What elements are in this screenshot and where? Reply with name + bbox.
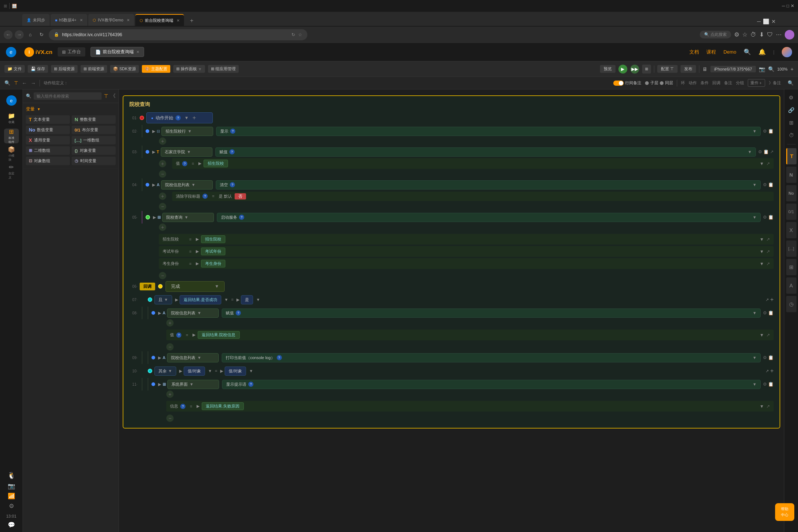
- action-row09[interactable]: 打印当前值（console log） ? ▼: [222, 353, 761, 362]
- workbench-tab[interactable]: ⊞工作台: [58, 47, 85, 57]
- condition-right-10[interactable]: 值/对象: [225, 366, 246, 376]
- minus-btn-03[interactable]: −: [159, 170, 166, 178]
- value-no[interactable]: 否: [235, 193, 246, 200]
- help-icon-08b[interactable]: ?: [176, 332, 181, 338]
- add-btn-05a[interactable]: +: [159, 224, 166, 231]
- right-icon-X[interactable]: X: [786, 222, 797, 238]
- gear-icon-02[interactable]: ⚙: [763, 129, 767, 134]
- history-icon[interactable]: ⏱: [750, 31, 756, 38]
- demo-link[interactable]: Demo: [723, 49, 736, 55]
- zoom-out-icon[interactable]: 🔍: [768, 66, 774, 72]
- right-icon-clock[interactable]: ◷: [786, 296, 797, 312]
- monitor-icon[interactable]: 🖥: [702, 66, 707, 72]
- course-link[interactable]: 课程: [706, 49, 716, 55]
- right-icon-2d[interactable]: ⊞: [786, 259, 797, 275]
- right-icon-gear[interactable]: ⚙: [786, 92, 797, 103]
- help-icon-04b[interactable]: ?: [202, 194, 208, 199]
- value-tag-school[interactable]: 招生院校: [201, 235, 225, 243]
- add-btn-11a[interactable]: +: [166, 391, 174, 398]
- play2-btn[interactable]: ▶▶: [630, 65, 639, 74]
- frontend-resources-btn[interactable]: ⊞前端资源: [81, 65, 107, 73]
- zoom-in-icon[interactable]: +: [791, 66, 794, 72]
- sdk-resources-btn[interactable]: 📦SDK资源: [110, 65, 139, 73]
- action-btn[interactable]: 动作: [689, 80, 697, 86]
- link-icon-03[interactable]: ↗: [766, 161, 770, 166]
- bookmark-icon[interactable]: ☆: [298, 32, 302, 37]
- reload-icon[interactable]: ↻: [291, 32, 295, 37]
- user-avatar[interactable]: [782, 47, 792, 57]
- comp-row11[interactable]: 系统界面 ▼: [167, 380, 219, 389]
- value-tag-11[interactable]: 返回结果.失败原因: [202, 402, 243, 410]
- maximize-btn[interactable]: □: [787, 3, 789, 8]
- condition-left-07[interactable]: 返回结果.是否成功: [180, 295, 221, 304]
- time-var[interactable]: ◷时间变量: [72, 157, 116, 165]
- obj-arr-var[interactable]: ⊡对象数组: [26, 157, 70, 165]
- save-btn[interactable]: 💾保存: [28, 65, 48, 73]
- copy-icon-03[interactable]: 📋: [763, 149, 769, 154]
- app-manager-btn[interactable]: ⊞组应用管理: [208, 65, 239, 73]
- num-var[interactable]: No数值变量: [26, 126, 70, 134]
- camera-icon[interactable]: 📷: [8, 482, 15, 490]
- nav-next[interactable]: →: [31, 80, 36, 86]
- value-tag-03[interactable]: 招生院校: [204, 160, 228, 167]
- tab-query[interactable]: ⬡ 前台院校查询端 ✕: [135, 14, 184, 26]
- condition-btn[interactable]: 条件: [700, 80, 709, 86]
- link-08[interactable]: ↗: [766, 332, 770, 338]
- backend-resources-btn[interactable]: ⊞后端资源: [51, 65, 78, 73]
- comp-row05[interactable]: 院校查询 ▼: [162, 213, 214, 222]
- condition-else[interactable]: 其余▼: [154, 366, 176, 376]
- value-tag-08[interactable]: 返回结果.院校信息: [198, 331, 239, 339]
- star-icon[interactable]: ☆: [742, 31, 747, 38]
- variables-section-header[interactable]: 变量▼: [26, 106, 116, 112]
- filter-icon[interactable]: ⊤: [14, 80, 18, 86]
- gear-icon-11[interactable]: ⚙: [763, 382, 767, 387]
- right-icon-arr[interactable]: […]: [786, 241, 797, 257]
- screenshot-icon[interactable]: 📷: [759, 66, 765, 72]
- right-icon-A[interactable]: A: [786, 277, 797, 294]
- settings-icon[interactable]: ⚙: [9, 502, 14, 509]
- forward-btn[interactable]: →: [15, 30, 24, 39]
- more-icon[interactable]: ⋯: [776, 31, 782, 38]
- reitem-btn[interactable]: 重件＋: [748, 79, 765, 87]
- obj-var[interactable]: {}对象变量: [72, 146, 116, 155]
- refresh-btn[interactable]: ↻: [37, 30, 46, 39]
- chevron-icon-03[interactable]: ↗: [770, 149, 774, 154]
- condition-right-07[interactable]: 是: [241, 295, 253, 304]
- help-icon-08[interactable]: ?: [236, 310, 241, 316]
- nav-prev[interactable]: ←: [22, 80, 27, 86]
- search-comp-icon[interactable]: 🔍: [4, 80, 10, 86]
- address-bar[interactable]: 🔒 https://editor.ivx.cn/#11764396 ↻ ☆: [49, 29, 307, 40]
- project-tab[interactable]: 📄前台院校查询端 ✕: [91, 47, 144, 57]
- condition-left-10[interactable]: 值/对象: [184, 366, 205, 376]
- tab-ivx-demo[interactable]: ⬡ IVX教学Demo ✕: [88, 14, 134, 26]
- copy-icon-02[interactable]: 📋: [768, 129, 774, 134]
- tab-unsync[interactable]: 👤 未同步: [22, 14, 50, 26]
- help-icon-05[interactable]: ?: [239, 215, 244, 220]
- return-badge[interactable]: 回调: [140, 283, 155, 290]
- copy-icon-04[interactable]: 📋: [768, 182, 774, 187]
- gear-icon-05[interactable]: ⚙: [763, 215, 767, 220]
- device-selector[interactable]: iPhone6/7/8 375*667: [710, 66, 756, 72]
- close-btn[interactable]: ✕: [791, 3, 794, 8]
- add-btn-01[interactable]: +: [192, 115, 196, 121]
- value-tag-id[interactable]: 考生身份: [201, 260, 225, 267]
- help-icon-02[interactable]: ?: [230, 129, 235, 134]
- right-icon-time[interactable]: ⏱: [786, 130, 797, 140]
- int-var[interactable]: N整数变量: [72, 115, 116, 124]
- docs-link[interactable]: 文档: [689, 49, 699, 55]
- right-icon-pct[interactable]: 0/1: [786, 204, 797, 220]
- gear-icon-08[interactable]: ⚙: [763, 310, 767, 316]
- add-btn-03a[interactable]: +: [159, 160, 166, 167]
- preview-btn[interactable]: 预览: [600, 65, 615, 73]
- search2-icon[interactable]: 🔍: [788, 80, 794, 86]
- copy-icon-08[interactable]: 📋: [768, 310, 774, 316]
- search-icon[interactable]: 🔍: [744, 48, 751, 55]
- note2-btn[interactable]: 》备注: [769, 80, 781, 86]
- add-btn-10[interactable]: +: [770, 368, 774, 374]
- action-start-node[interactable]: ● 动作开始 ? ▼ +: [146, 112, 213, 123]
- comp-row02[interactable]: 招生院校行 ▼: [161, 127, 213, 136]
- help-icon-03[interactable]: ?: [229, 149, 235, 154]
- comp-row03[interactable]: 石家庄学院 ▼: [161, 147, 212, 157]
- value-tag-year[interactable]: 考试年份: [201, 248, 225, 255]
- link-11[interactable]: ↗: [766, 404, 770, 409]
